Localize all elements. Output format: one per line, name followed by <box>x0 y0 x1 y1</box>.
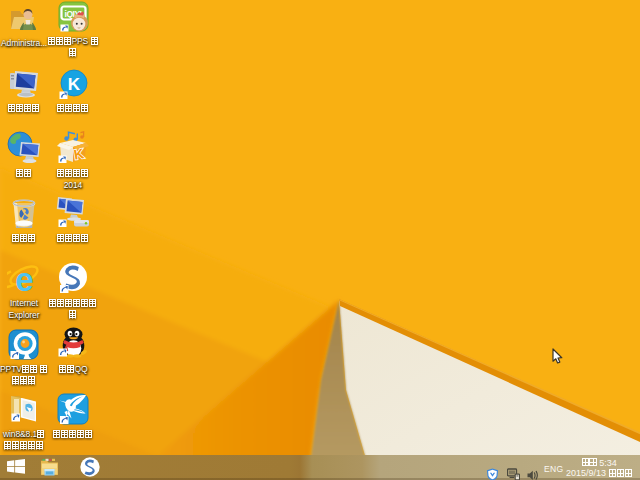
svg-text:K: K <box>68 75 81 94</box>
svg-text:e: e <box>15 262 33 294</box>
